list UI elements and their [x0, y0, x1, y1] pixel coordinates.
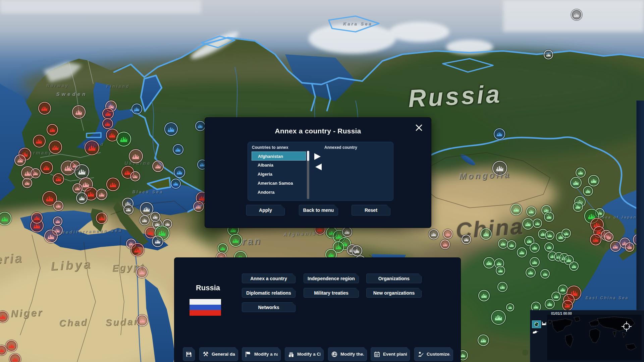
city-marker[interactable] — [443, 229, 452, 239]
city-marker[interactable] — [53, 173, 64, 185]
city-marker[interactable] — [96, 213, 107, 224]
city-marker[interactable] — [85, 140, 99, 155]
city-marker[interactable] — [150, 212, 160, 222]
organizations-button[interactable]: Organizations — [366, 274, 422, 283]
city-marker[interactable] — [106, 178, 120, 191]
close-icon[interactable] — [414, 123, 424, 132]
city-marker[interactable] — [569, 261, 579, 271]
city-marker[interactable] — [123, 204, 133, 215]
city-marker[interactable] — [40, 161, 53, 174]
city-marker[interactable] — [44, 230, 58, 243]
city-marker[interactable] — [352, 245, 362, 256]
city-marker[interactable] — [96, 189, 107, 200]
city-marker[interactable] — [152, 236, 163, 247]
modify-the-world-button[interactable]: Modify the.. — [328, 347, 367, 361]
city-marker[interactable] — [38, 102, 51, 115]
city-marker[interactable] — [218, 243, 228, 253]
city-marker[interactable] — [530, 257, 540, 267]
city-marker[interactable] — [72, 183, 83, 193]
city-marker[interactable] — [573, 202, 583, 212]
city-marker[interactable] — [545, 299, 555, 309]
city-marker[interactable] — [478, 290, 490, 301]
city-marker[interactable] — [551, 292, 561, 301]
city-marker[interactable] — [544, 212, 554, 222]
city-marker[interactable] — [522, 218, 534, 230]
city-marker[interactable] — [102, 108, 114, 119]
city-marker[interactable] — [544, 242, 554, 252]
city-marker[interactable] — [116, 132, 131, 146]
move-left-arrow-button[interactable] — [315, 164, 322, 170]
event-planning-button[interactable]: Event plani.. — [371, 347, 410, 361]
military-treaties-button[interactable]: Military treaties — [304, 288, 359, 298]
modify-a-nation-button[interactable]: Modify a na.. — [242, 347, 281, 361]
city-marker[interactable] — [229, 234, 242, 247]
city-marker[interactable] — [540, 269, 550, 279]
city-marker[interactable] — [526, 267, 536, 278]
city-marker[interactable] — [131, 243, 144, 256]
city-marker[interactable] — [342, 227, 352, 237]
minimap-tank-icon[interactable] — [532, 329, 539, 335]
city-marker[interactable] — [483, 257, 495, 268]
city-marker[interactable] — [129, 149, 143, 163]
city-marker[interactable] — [545, 231, 554, 240]
city-marker[interactable] — [491, 310, 506, 325]
city-marker[interactable] — [6, 340, 17, 352]
city-marker[interactable] — [480, 228, 492, 240]
city-marker[interactable] — [173, 144, 183, 155]
city-marker[interactable] — [195, 121, 205, 131]
city-marker[interactable] — [171, 179, 181, 189]
move-right-arrow-button[interactable] — [314, 153, 321, 160]
city-marker[interactable] — [131, 104, 142, 114]
city-marker[interactable] — [164, 122, 178, 136]
country-list-item[interactable]: Afghanistan — [252, 152, 306, 161]
city-marker[interactable] — [47, 124, 58, 135]
annexed-country-list[interactable] — [324, 152, 388, 198]
city-marker[interactable] — [102, 118, 113, 129]
city-marker[interactable] — [53, 217, 62, 226]
city-marker[interactable] — [429, 229, 439, 239]
annex-a-country-button[interactable]: Annex a country — [242, 274, 296, 283]
minimap-world[interactable] — [547, 315, 642, 360]
city-marker[interactable] — [517, 247, 527, 257]
back-to-menu-button[interactable]: Back to menu — [299, 205, 338, 216]
city-marker[interactable] — [492, 161, 507, 176]
diplomatic-relations-button[interactable]: Diplomatic relations — [242, 288, 296, 298]
city-marker[interactable] — [462, 235, 471, 244]
city-marker[interactable] — [588, 175, 599, 186]
city-marker[interactable] — [533, 219, 542, 228]
country-list-item[interactable]: Albania — [252, 161, 306, 170]
country-list-item[interactable]: Andorra — [252, 188, 306, 197]
city-marker[interactable] — [440, 240, 450, 249]
city-marker[interactable] — [74, 164, 89, 179]
city-marker[interactable] — [193, 201, 204, 212]
networks-button[interactable]: Networks — [242, 302, 296, 312]
city-marker[interactable] — [562, 300, 573, 311]
reset-button[interactable]: Reset — [352, 205, 390, 216]
city-marker[interactable] — [174, 167, 185, 178]
city-marker[interactable] — [511, 204, 522, 215]
city-marker[interactable] — [561, 229, 571, 238]
new-organizations-button[interactable]: New organizations — [366, 288, 422, 298]
list-scrollbar[interactable] — [307, 151, 309, 199]
minimap-globe-button[interactable] — [532, 320, 541, 328]
modify-a-city-button[interactable]: Modify a Ci.. — [285, 347, 324, 361]
city-marker[interactable] — [22, 178, 32, 188]
country-list-item[interactable]: American Samoa — [252, 179, 306, 188]
city-marker[interactable] — [625, 242, 634, 252]
city-marker[interactable] — [604, 232, 613, 242]
city-marker[interactable] — [583, 186, 593, 196]
save-button[interactable] — [183, 347, 195, 361]
minimap-factory-icon[interactable] — [541, 320, 547, 327]
city-marker[interactable] — [152, 161, 164, 172]
city-marker[interactable] — [130, 171, 140, 181]
scrollbar-thumb[interactable] — [307, 151, 309, 161]
city-marker[interactable] — [590, 234, 601, 245]
city-marker[interactable] — [140, 215, 150, 225]
city-marker[interactable] — [53, 201, 63, 211]
city-marker[interactable] — [530, 243, 540, 253]
city-marker[interactable] — [76, 192, 88, 204]
city-marker[interactable] — [72, 105, 86, 119]
country-list-item[interactable]: Algeria — [252, 170, 306, 179]
city-marker[interactable] — [496, 266, 505, 275]
city-marker[interactable] — [136, 266, 148, 278]
